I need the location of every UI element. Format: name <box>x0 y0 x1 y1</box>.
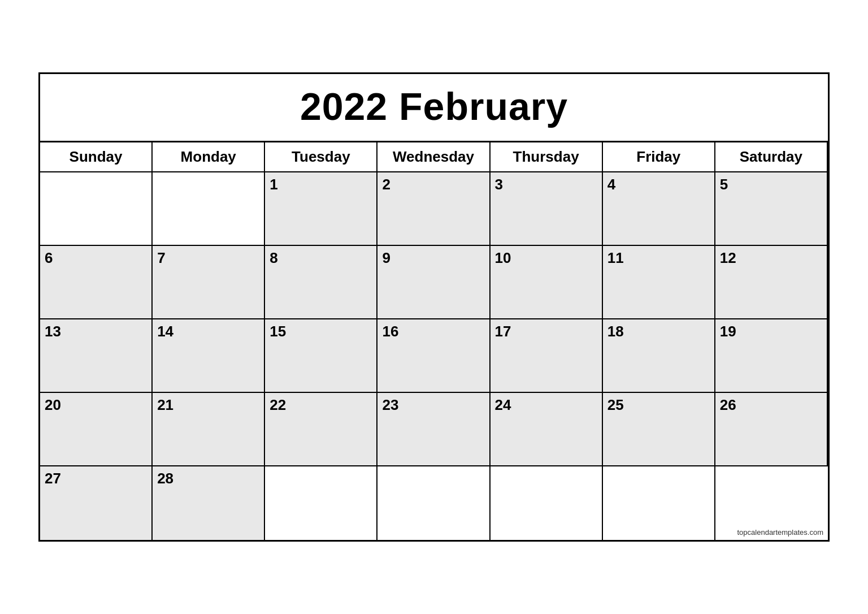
day-cell-7: 7 <box>153 246 265 319</box>
day-cell-26: 26 <box>715 393 828 466</box>
day-header-thursday: Thursday <box>491 142 603 172</box>
day-cell-2: 2 <box>377 172 490 246</box>
day-cell-empty <box>153 172 265 246</box>
day-cell-18: 18 <box>603 319 715 393</box>
day-cell-16: 16 <box>377 319 490 393</box>
day-cell-15: 15 <box>265 319 377 393</box>
day-cell-empty <box>377 466 490 540</box>
day-cell-22: 22 <box>265 393 377 466</box>
day-cell-8: 8 <box>265 246 377 319</box>
day-cell-19: 19 <box>715 319 828 393</box>
calendar-grid: SundayMondayTuesdayWednesdayThursdayFrid… <box>40 142 828 540</box>
day-cell-empty <box>265 466 377 540</box>
day-cell-empty: topcalendartemplates.com <box>715 466 828 540</box>
day-header-sunday: Sunday <box>40 142 153 172</box>
day-cell-6: 6 <box>40 246 153 319</box>
calendar-container: 2022 February SundayMondayTuesdayWednesd… <box>38 72 830 542</box>
day-header-monday: Monday <box>153 142 265 172</box>
day-cell-10: 10 <box>491 246 603 319</box>
day-cell-25: 25 <box>603 393 715 466</box>
day-cell-20: 20 <box>40 393 153 466</box>
day-cell-4: 4 <box>603 172 715 246</box>
day-cell-3: 3 <box>491 172 603 246</box>
day-cell-23: 23 <box>377 393 490 466</box>
day-cell-empty <box>491 466 603 540</box>
calendar-title: 2022 February <box>40 74 828 142</box>
day-cell-14: 14 <box>153 319 265 393</box>
day-cell-9: 9 <box>377 246 490 319</box>
day-cell-1: 1 <box>265 172 377 246</box>
day-header-friday: Friday <box>603 142 715 172</box>
day-header-wednesday: Wednesday <box>377 142 490 172</box>
day-cell-empty <box>40 172 153 246</box>
day-cell-12: 12 <box>715 246 828 319</box>
watermark-text: topcalendartemplates.com <box>737 528 823 537</box>
day-header-tuesday: Tuesday <box>265 142 377 172</box>
day-cell-5: 5 <box>715 172 828 246</box>
day-cell-24: 24 <box>491 393 603 466</box>
day-cell-13: 13 <box>40 319 153 393</box>
day-cell-11: 11 <box>603 246 715 319</box>
day-cell-17: 17 <box>491 319 603 393</box>
day-cell-27: 27 <box>40 466 153 540</box>
day-cell-21: 21 <box>153 393 265 466</box>
day-cell-28: 28 <box>153 466 265 540</box>
day-header-saturday: Saturday <box>715 142 828 172</box>
day-cell-empty <box>603 466 715 540</box>
